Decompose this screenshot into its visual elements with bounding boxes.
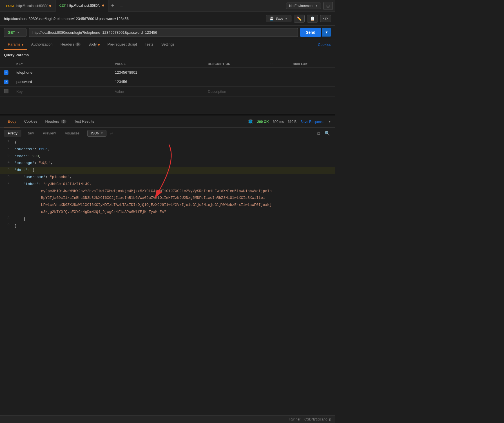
json-response-area: 1 { 2 "success": true, 3 "code": 200, 4 …	[0, 139, 335, 230]
response-time: 600 ms	[273, 120, 284, 124]
json-line-7a: eyJpc3MiOiJwaWNhY2hvY2hvaIiwiZXhwIjoxNjc…	[0, 188, 335, 195]
globe-icon: 🌐	[248, 119, 253, 124]
search-response-button[interactable]: 🔍	[323, 129, 331, 137]
tab-body[interactable]: Body	[84, 39, 104, 50]
table-row: password 123456	[0, 77, 335, 87]
row3-description[interactable]: Description	[204, 87, 267, 97]
body-view-pretty[interactable]: Pretty	[4, 130, 21, 137]
body-actions: ⧉ 🔍	[316, 129, 331, 137]
response-tabs: Body Cookies Headers 5 Test Results 🌐 20…	[0, 116, 335, 128]
tab-pre-request[interactable]: Pre-request Script	[104, 39, 141, 50]
table-row: Key Value Description	[0, 87, 335, 97]
tab-right-section: No Environment ▼ ⊟	[286, 2, 333, 10]
body-view-visualize-label: Visualize	[65, 131, 79, 135]
body-view-tabs: Pretty Raw Preview Visualize JSON ▼ ⇌ ⧉ …	[0, 128, 335, 139]
add-tab-button[interactable]: +	[108, 3, 117, 9]
resp-tab-test-results-label: Test Results	[74, 119, 94, 123]
more-tabs-button[interactable]: ···	[117, 4, 126, 8]
copy-response-button[interactable]: ⧉	[316, 129, 321, 137]
format-label: JSON	[90, 131, 99, 135]
send-button[interactable]: Send	[300, 28, 321, 37]
json-line-1: 1 {	[0, 139, 335, 146]
body-view-raw[interactable]: Raw	[23, 130, 38, 137]
format-selector[interactable]: JSON ▼	[87, 130, 106, 137]
row2-description[interactable]	[204, 77, 267, 87]
body-view-preview[interactable]: Preview	[39, 130, 60, 137]
tab-post-dot	[49, 5, 51, 7]
row2-value[interactable]: 123456	[111, 77, 204, 87]
line-num-7d	[0, 209, 12, 210]
environment-selector[interactable]: No Environment ▼	[286, 3, 321, 9]
tab-tests-label: Tests	[145, 42, 153, 46]
resp-tab-headers-label: Headers	[45, 119, 59, 123]
edit-icon-button[interactable]: ✏️	[294, 15, 305, 22]
row3-checkbox[interactable]	[4, 89, 8, 93]
json-line-2: 2 "success": true,	[0, 146, 335, 153]
row2-key[interactable]: password	[12, 77, 111, 87]
url-bar-actions: 💾 Save ▼ ✏️ 📋 </>	[266, 15, 331, 22]
format-chevron-icon: ▼	[101, 132, 103, 135]
url-input[interactable]	[29, 28, 298, 37]
environment-label: No Environment	[289, 4, 313, 8]
tab-get-url: http://localhost:8080/u	[67, 4, 100, 8]
tab-tests[interactable]: Tests	[141, 39, 157, 50]
resp-tab-body-label: Body	[8, 119, 16, 123]
line-content-7b: BpY2FjaG9cIixcInBhc3N3b3JkXCI6XCJjIixcIn…	[12, 195, 335, 202]
response-status: 200 OK	[257, 120, 269, 124]
tab-get[interactable]: GET http://localhost:8080/u	[55, 0, 108, 12]
row3-value[interactable]: Value	[111, 87, 204, 97]
headers-badge: 9	[75, 42, 81, 46]
save-button[interactable]: 💾 Save ▼	[266, 15, 291, 22]
resp-tab-cookies[interactable]: Cookies	[20, 116, 41, 127]
tab-params[interactable]: Params	[4, 39, 27, 50]
response-meta: 🌐 200 OK 600 ms 610 B Save Response ▼	[248, 119, 331, 124]
body-view-visualize[interactable]: Visualize	[61, 130, 83, 137]
send-dropdown-button[interactable]: ▼	[322, 28, 331, 37]
tab-settings[interactable]: Settings	[157, 39, 179, 50]
code-button[interactable]: </>	[320, 15, 331, 22]
resp-tab-test-results[interactable]: Test Results	[70, 116, 98, 127]
body-view-pretty-label: Pretty	[8, 131, 17, 135]
cookies-link[interactable]: Cookies	[318, 42, 331, 47]
row3-key[interactable]: Key	[12, 87, 111, 97]
body-view-preview-label: Preview	[43, 131, 56, 135]
tab-post[interactable]: POST http://localhost:8080/	[2, 0, 55, 12]
row1-description[interactable]	[204, 68, 267, 77]
json-line-3: 3 "code": 200,	[0, 153, 335, 160]
row1-checkbox[interactable]	[4, 70, 8, 75]
json-line-4: 4 "message": "成功",	[0, 160, 335, 167]
bulk-edit-button[interactable]: Bulk Edit	[289, 60, 335, 68]
method-selector[interactable]: GET ▼	[4, 28, 26, 37]
tab-headers-label: Headers	[61, 42, 74, 46]
chevron-down-icon: ▼	[315, 4, 318, 7]
line-num-7b	[0, 195, 12, 196]
line-num-1: 1	[0, 139, 12, 144]
tab-headers[interactable]: Headers9	[57, 39, 84, 50]
tab-authorization[interactable]: Authorization	[27, 39, 57, 50]
save-response-button[interactable]: Save Response	[300, 120, 324, 124]
line-num-2: 2	[0, 146, 12, 151]
row1-key[interactable]: telephone	[12, 68, 111, 77]
save-icon: 💾	[269, 17, 274, 21]
tab-bar: POST http://localhost:8080/ GET http://l…	[0, 0, 335, 12]
row2-checkbox[interactable]	[4, 80, 8, 84]
resp-tab-body[interactable]: Body	[4, 116, 20, 127]
wrap-button[interactable]: ⇌	[108, 130, 115, 137]
params-col-more[interactable]: ···	[267, 60, 289, 68]
json-line-6: 6 "username": "picacho",	[0, 174, 335, 181]
tab-post-method: POST	[6, 4, 15, 8]
params-col-checkbox	[0, 60, 12, 68]
resp-tab-headers[interactable]: Headers 5	[41, 116, 70, 127]
json-line-7c: LFwicmVnaXN0ZXJUaW1lXCI6XCIyMDIzLTAzLTAx…	[0, 202, 335, 209]
copy-icon-button[interactable]: 📋	[307, 15, 318, 22]
table-row: telephone 12345678901	[0, 68, 335, 77]
line-num-7c	[0, 202, 12, 203]
line-num-7: 7	[0, 181, 12, 186]
env-settings-icon[interactable]: ⊟	[323, 2, 333, 10]
line-num-3: 3	[0, 153, 12, 158]
row1-value[interactable]: 12345678901	[111, 68, 204, 77]
tab-settings-label: Settings	[161, 42, 175, 46]
method-label: GET	[8, 30, 15, 35]
json-line-9: 9 }	[0, 223, 335, 230]
method-chevron-icon: ▼	[17, 31, 20, 34]
